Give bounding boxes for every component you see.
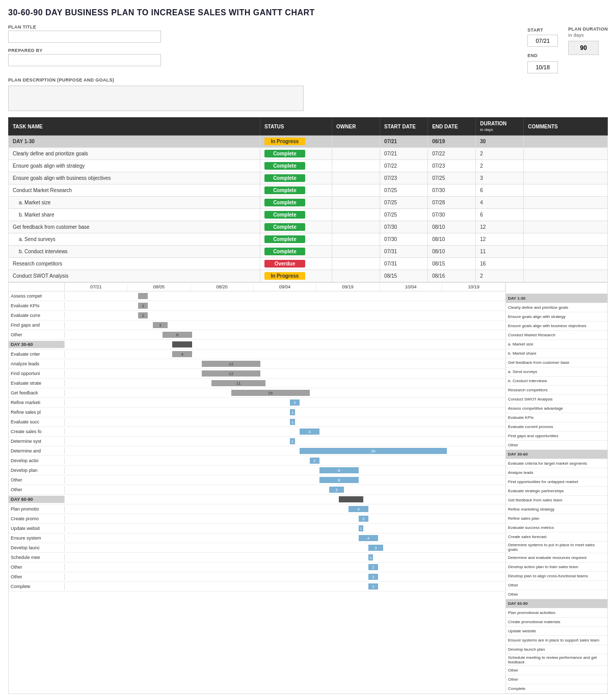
gantt-row: Other2 [9, 572, 505, 582]
gantt-row: Refine marketi2 [9, 398, 505, 408]
duration-cell: 30 [476, 136, 524, 148]
gantt-legend-item: Determine systems to put in place to mee… [506, 542, 607, 553]
gantt-row-label: Get feedback [9, 389, 65, 396]
gantt-bars-area: 6 [65, 330, 505, 339]
gantt-row: Evaluate strate11 [9, 379, 505, 388]
status-cell: Complete [260, 197, 332, 209]
gantt-legend-item: Clearly define and prioritize goals [506, 303, 607, 312]
status-badge: Complete [264, 174, 305, 182]
task-name-cell: a. Send surveys [9, 233, 260, 246]
gantt-row: Update websit1 [9, 524, 505, 533]
gantt-row: Determine and30 [9, 446, 505, 456]
gantt-bars-area: 30 [65, 446, 505, 456]
col-duration-header: DURATION in days [476, 118, 524, 136]
prepared-by-group: PREPARED BY [8, 48, 507, 66]
task-table: TASK NAME STATUS OWNER START DATE END DA… [8, 117, 608, 282]
gantt-date-cell: 08/05 [128, 283, 191, 291]
gantt-row-label: Refine sales pl [9, 409, 65, 416]
gantt-row-label: Create promo [9, 515, 65, 522]
gantt-row: Evaluate KPIs2 [9, 301, 505, 311]
gantt-bar: 2 [310, 458, 319, 464]
table-row: b. Conduct interviews Complete 07/31 08/… [9, 246, 608, 258]
gantt-legend-item: Find gaps and opportunities [506, 432, 607, 441]
gantt-bars-area [65, 291, 505, 301]
gantt-legend-item: Research competitors [506, 386, 607, 395]
owner-cell [332, 148, 380, 160]
owner-cell [332, 197, 380, 209]
gantt-legend-item: Other [506, 441, 607, 450]
start-date-cell: 07/25 [380, 184, 428, 197]
gantt-legend-item: DAY 30-60 [506, 450, 607, 459]
gantt-legend-item: Get feedback from sales team [506, 496, 607, 505]
duration-cell: 2 [476, 270, 524, 282]
gantt-bars-area: 2 [65, 572, 505, 581]
gantt-legend-item: Analyze leads [506, 468, 607, 477]
gantt-row-label: Develop plan [9, 467, 65, 474]
gantt-legend-item: b. Conduct interviews [506, 377, 607, 386]
gantt-row: Create promo2 [9, 514, 505, 524]
owner-cell [332, 209, 380, 221]
gantt-bar: 12 [202, 370, 260, 377]
gantt-legend-item: Evaluate current process [506, 422, 607, 432]
end-date-cell: 08/10 [428, 246, 476, 258]
gantt-bar: 8 [319, 467, 359, 473]
table-row: a. Send surveys Complete 07/30 08/10 12 [9, 233, 608, 246]
prepared-by-input[interactable] [8, 54, 161, 66]
gantt-legend-item: DAY 60-90 [506, 599, 607, 608]
gantt-row-label: Ensure system [9, 534, 65, 542]
gantt-legend-item: Update website [506, 627, 607, 636]
gantt-legend-item: Get feedback from customer base [506, 358, 607, 367]
gantt-legend-item: Ensure goals align with business objecti… [506, 322, 607, 331]
end-date-cell: 08/10 [428, 233, 476, 246]
duration-cell: 6 [476, 184, 524, 197]
table-row: Conduct Market Research Complete 07/25 0… [9, 184, 608, 197]
gantt-legend-item: Ensure systems are in place to support s… [506, 636, 607, 645]
gantt-bar: 4 [172, 351, 192, 357]
start-date-cell: 07/31 [380, 246, 428, 258]
gantt-row-label: DAY 30-60 [9, 341, 65, 348]
description-input[interactable] [8, 86, 304, 111]
task-name-cell: Ensure goals align with strategy [9, 160, 260, 172]
owner-cell [332, 136, 380, 148]
duration-cell: 3 [476, 172, 524, 184]
gantt-row: DAY 60-90 [9, 495, 505, 504]
gantt-bar: 2 [138, 303, 148, 309]
gantt-date-cell: 09/19 [316, 283, 380, 291]
end-date-cell: 07/23 [428, 160, 476, 172]
plan-duration-input[interactable] [568, 41, 599, 55]
status-cell: Complete [260, 160, 332, 172]
gantt-bar: 2 [359, 516, 368, 522]
description-label: PLAN DESCRIPTION (PURPOSE AND GOALS) [8, 77, 608, 83]
status-badge: Complete [264, 150, 305, 157]
gantt-row: Other6 [9, 330, 505, 340]
gantt-legend-item: Plan promotional activities [506, 608, 607, 618]
gantt-legend-item: Ensure goals align with strategy [506, 312, 607, 322]
gantt-row: Complete2 [9, 582, 505, 592]
prepared-by-label: PREPARED BY [8, 48, 507, 53]
gantt-bars-area: 2 [65, 514, 505, 523]
gantt-container: 07/2108/0508/2009/0409/1910/0410/19 Asse… [9, 283, 607, 693]
plan-title-input[interactable] [8, 31, 161, 43]
gantt-legend-item: Complete [506, 684, 607, 693]
end-input[interactable] [527, 61, 558, 73]
table-row: Research competitors Overdue 07/31 08/15… [9, 258, 608, 270]
gantt-legend-item: Conduct Market Research [506, 331, 607, 340]
gantt-header: 07/2108/0508/2009/0409/1910/0410/19 [9, 283, 505, 291]
gantt-bar: 2 [368, 564, 378, 570]
gantt-bars-area: 4 [65, 427, 505, 436]
col-status-header: STATUS [260, 118, 332, 136]
gantt-bars-area: 12 [65, 359, 505, 368]
gantt-row: Other3 [9, 485, 505, 495]
gantt-row-label: Analyze leads [9, 360, 65, 367]
gantt-legend-item: b. Market share [506, 349, 607, 358]
start-input[interactable] [527, 35, 558, 47]
start-date-cell: 08/15 [380, 270, 428, 282]
gantt-legend-item: a. Market size [506, 340, 607, 349]
gantt-bars-area: 8 [65, 475, 505, 485]
gantt-bar [172, 341, 192, 348]
gantt-wrapper: 07/2108/0508/2009/0409/1910/0410/19 Asse… [8, 282, 608, 694]
gantt-bars-area: 12 [65, 369, 505, 378]
plan-title-label: PLAN TITLE [8, 24, 507, 30]
gantt-bar: 2 [138, 312, 148, 318]
gantt-date-cell: 09/04 [254, 283, 317, 291]
